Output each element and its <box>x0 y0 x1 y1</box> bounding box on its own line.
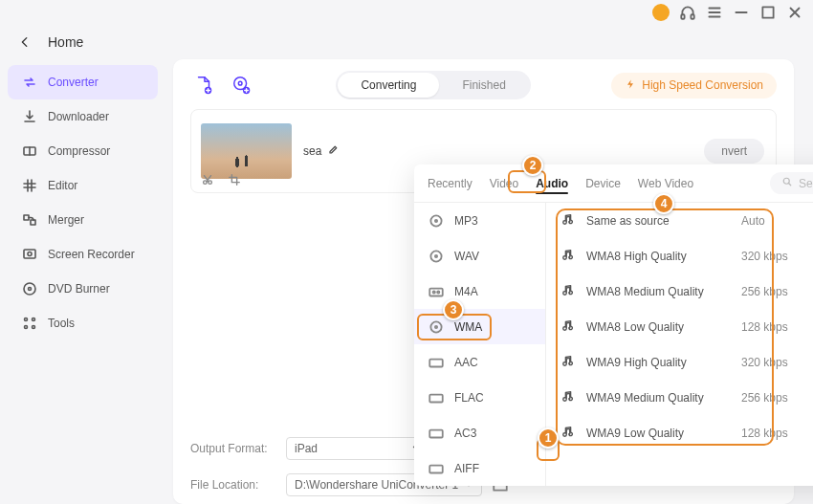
add-dvd-button[interactable] <box>229 72 255 99</box>
svg-rect-31 <box>429 359 443 366</box>
close-icon[interactable] <box>786 4 803 21</box>
output-format-value: iPad <box>295 442 318 455</box>
annotation-marker-4: 4 <box>653 193 674 214</box>
svg-rect-32 <box>429 394 443 402</box>
sidebar-item-merger[interactable]: Merger <box>8 203 158 237</box>
cassette-icon <box>428 391 445 405</box>
convert-button[interactable]: nvert <box>704 139 764 164</box>
output-format-label: Output Format: <box>190 442 276 455</box>
disc-icon <box>428 214 445 228</box>
annotation-ring-4 <box>556 208 774 446</box>
svg-point-9 <box>29 288 32 291</box>
maximize-icon[interactable] <box>759 4 777 21</box>
svg-rect-6 <box>24 250 35 258</box>
svg-point-8 <box>24 283 35 295</box>
annotation-marker-2: 2 <box>522 155 543 176</box>
sidebar-item-label: Editor <box>48 179 77 192</box>
svg-point-25 <box>435 254 437 256</box>
edit-filename-icon[interactable] <box>327 144 339 159</box>
converter-icon <box>21 74 38 91</box>
format-search-input[interactable]: Search <box>770 172 813 194</box>
svg-rect-26 <box>429 288 443 296</box>
tab-device[interactable]: Device <box>585 167 621 200</box>
sidebar-item-converter[interactable]: Converter <box>8 65 158 99</box>
svg-point-24 <box>430 251 441 261</box>
headphones-icon[interactable] <box>679 4 696 21</box>
disc-icon <box>428 250 445 263</box>
trim-icon[interactable] <box>201 173 214 186</box>
sidebar-item-label: Tools <box>48 317 75 330</box>
sidebar-item-dvd-burner[interactable]: DVD Burner <box>8 272 158 306</box>
compressor-icon <box>21 142 38 160</box>
sidebar-item-label: Converter <box>48 76 99 89</box>
svg-point-7 <box>28 252 32 256</box>
file-thumbnail[interactable] <box>201 123 292 179</box>
svg-point-28 <box>437 291 439 293</box>
format-item-aac[interactable]: AAC <box>414 344 545 380</box>
cassette-icon <box>428 285 445 298</box>
bolt-icon <box>625 78 636 93</box>
svg-rect-33 <box>429 429 443 437</box>
sidebar-item-compressor[interactable]: Compressor <box>8 134 158 168</box>
svg-point-13 <box>33 326 35 329</box>
svg-point-22 <box>430 215 441 226</box>
sidebar-item-label: Screen Recorder <box>48 248 135 261</box>
svg-rect-34 <box>429 465 443 472</box>
svg-point-23 <box>435 219 437 221</box>
annotation-marker-1: 1 <box>538 427 559 449</box>
svg-point-27 <box>433 291 435 293</box>
annotation-marker-3: 3 <box>443 299 464 320</box>
search-placeholder: Search <box>799 177 813 190</box>
format-item-m4a[interactable]: M4A <box>414 274 545 309</box>
crop-icon[interactable] <box>228 173 241 186</box>
search-icon <box>781 176 793 190</box>
minimize-icon[interactable] <box>733 4 750 21</box>
back-icon[interactable] <box>15 32 34 54</box>
sidebar-item-label: DVD Burner <box>48 282 110 296</box>
format-item-wav[interactable]: WAV <box>414 238 545 274</box>
sidebar: Converter Downloader Compressor Editor M… <box>0 59 165 504</box>
format-item-aiff[interactable]: AIFF <box>414 450 545 486</box>
svg-point-12 <box>25 326 28 329</box>
svg-rect-2 <box>762 7 773 17</box>
format-item-mp3[interactable]: MP3 <box>414 203 545 238</box>
sidebar-item-label: Merger <box>48 213 84 227</box>
svg-rect-0 <box>681 14 684 19</box>
high-speed-conversion-toggle[interactable]: High Speed Conversion <box>611 73 777 99</box>
dvd-icon <box>21 280 38 297</box>
tab-converting[interactable]: Converting <box>338 73 439 98</box>
format-list: MP3 WAV M4A WMA AAC FLAC AC3 AIFF <box>414 203 546 486</box>
page-title: Home <box>48 34 83 50</box>
file-location-label: File Location: <box>190 478 276 492</box>
svg-point-11 <box>33 318 35 321</box>
sidebar-item-label: Downloader <box>48 110 109 123</box>
file-title-label: sea <box>303 144 321 158</box>
svg-point-16 <box>238 81 242 85</box>
tools-icon <box>21 315 38 332</box>
hsc-label: High Speed Conversion <box>642 78 763 92</box>
sidebar-item-downloader[interactable]: Downloader <box>8 99 158 134</box>
sidebar-item-screen-recorder[interactable]: Screen Recorder <box>8 237 158 272</box>
add-file-button[interactable] <box>190 72 217 99</box>
tab-recently[interactable]: Recently <box>428 167 472 200</box>
segmented-control: Converting Finished <box>267 71 600 99</box>
recorder-icon <box>21 246 38 263</box>
cassette-icon <box>428 356 445 369</box>
downloader-icon <box>21 108 38 125</box>
editor-icon <box>21 177 38 194</box>
tab-finished[interactable]: Finished <box>439 73 528 98</box>
sidebar-item-label: Compressor <box>48 144 110 158</box>
cassette-icon <box>428 462 445 475</box>
format-item-ac3[interactable]: AC3 <box>414 415 545 450</box>
output-format-select[interactable]: iPad <box>286 437 429 460</box>
sidebar-item-tools[interactable]: Tools <box>8 306 158 340</box>
hamburger-menu-icon[interactable] <box>706 4 723 21</box>
format-item-flac[interactable]: FLAC <box>414 380 545 415</box>
user-avatar[interactable] <box>652 4 670 21</box>
svg-point-10 <box>25 318 28 321</box>
cassette-icon <box>428 427 445 440</box>
merger-icon <box>21 211 38 229</box>
svg-rect-1 <box>691 14 693 19</box>
sidebar-item-editor[interactable]: Editor <box>8 168 158 203</box>
